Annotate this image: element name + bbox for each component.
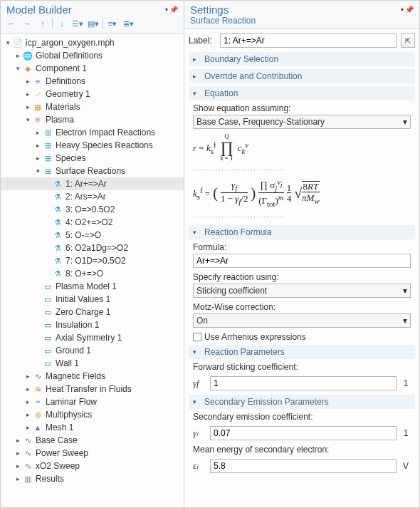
nav-forward-button[interactable]: → [21, 17, 33, 30]
tree-node-icon: ∿ [22, 447, 33, 459]
gamma-i-input[interactable] [210, 426, 397, 440]
tree-expander-icon[interactable]: ▸ [33, 129, 42, 136]
tree-item[interactable]: ▾⚛Plasma [1, 113, 184, 126]
collapse-button[interactable]: ☰▾ [71, 17, 84, 30]
section-reaction-parameters[interactable]: ▾ Reaction Parameters [189, 345, 415, 359]
pin-icon[interactable]: 📌 [405, 6, 414, 14]
tree-node-label: Wall 1 [56, 358, 79, 368]
tree-expander-icon[interactable]: ▸ [23, 411, 32, 418]
tree-item[interactable]: ▸▭Initial Values 1 [1, 293, 184, 306]
pin-icon[interactable]: 📌 [169, 6, 178, 14]
tree-expander-icon[interactable]: ▸ [14, 462, 22, 470]
gamma-f-input[interactable] [210, 376, 397, 390]
tree-item[interactable]: ▸⟋Geometry 1 [1, 88, 184, 100]
tree-item[interactable]: ▸🌐Global Definitions [1, 49, 184, 62]
tree-item[interactable]: ▸▭Axial Symmetry 1 [1, 331, 184, 344]
tree-expander-icon[interactable]: ▸ [33, 142, 42, 149]
label-link-button[interactable]: ⇱ [401, 33, 415, 48]
tree-expander-icon[interactable]: ▸ [33, 155, 42, 162]
tree-expander-icon[interactable]: ▸ [14, 450, 22, 457]
list-button-1[interactable]: ≡▾ [106, 17, 119, 30]
tree-item[interactable]: ▸⚗3: O=>0.5O2 [1, 203, 184, 216]
section-override-contribution[interactable]: ▸ Override and Contribution [189, 69, 415, 83]
tree-item[interactable]: ▸∿Magnetic Fields [1, 370, 184, 383]
tree-node-icon: ⚗ [52, 242, 63, 254]
tree-item[interactable]: ▾📄icp_argon_oxygen.mph [1, 36, 184, 49]
tree-node-label: Laminar Flow [46, 397, 97, 407]
tree-item[interactable]: ▸⚗5: O-=>O [1, 229, 184, 242]
show-button[interactable]: ↓ [56, 17, 68, 30]
tree-item[interactable]: ▸⚗1: Ar+=>Ar [1, 177, 184, 190]
expand-icon: ▸ [193, 73, 200, 80]
tree-expander-icon[interactable]: ▸ [23, 78, 32, 85]
app-root: Model Builder ▾ 📌 ← → ↑ ↓ ☰▾ ▤▾ ≡▾ ≣▾ ▾📄… [0, 0, 420, 508]
tree-expander-icon[interactable]: ▸ [14, 52, 22, 59]
tree-expander-icon[interactable]: ▸ [14, 437, 22, 444]
list-button-2[interactable]: ≣▾ [122, 17, 135, 30]
settings-panel: Settings ▾ 📌 Surface Reaction Label: ⇱ ▸… [184, 1, 419, 507]
nav-back-button[interactable]: ← [5, 17, 18, 30]
tree-expander-icon[interactable]: ▾ [4, 39, 12, 46]
tree-expander-icon[interactable]: ▸ [23, 373, 32, 380]
expand-button[interactable]: ▤▾ [87, 17, 100, 30]
tree-expander-icon[interactable]: ▸ [23, 398, 32, 405]
section-reaction-formula[interactable]: ▾ Reaction Formula [189, 225, 415, 239]
tree-item[interactable]: ▸⚗2: Ars=>Ar [1, 190, 184, 203]
section-title: Reaction Parameters [204, 347, 285, 357]
tree-expander-icon[interactable]: ▾ [23, 116, 32, 123]
tree-node-icon: ◈ [22, 63, 33, 74]
tree-item[interactable]: ▸⊞Electron Impact Reactions [1, 126, 184, 139]
tree-expander-icon[interactable]: ▸ [23, 424, 32, 431]
tree-expander-icon[interactable]: ▸ [23, 90, 32, 98]
tree-item[interactable]: ▸⊕Multiphysics [1, 408, 184, 421]
tree-item[interactable]: ▸≋Heat Transfer in Fluids [1, 383, 184, 395]
section-secondary-emission[interactable]: ▾ Secondary Emission Parameters [189, 395, 415, 409]
specify-select[interactable]: Sticking coefficient ▾ [193, 284, 411, 298]
tree-node-icon: ∿ [32, 370, 43, 382]
tree-item[interactable]: ▸⊞Species [1, 152, 184, 165]
tree-expander-icon[interactable]: ▸ [23, 385, 32, 393]
tree-item[interactable]: ▾⊞Surface Reactions [1, 165, 184, 177]
panel-menu-icon[interactable]: ▾ [401, 6, 404, 13]
tree-item[interactable]: ▾◈Component 1 [1, 62, 184, 75]
tree-item[interactable]: ▸∿Base Case [1, 434, 184, 447]
tree-item[interactable]: ▸∿Power Sweep [1, 447, 184, 460]
tree-expander-icon[interactable]: ▸ [14, 475, 22, 482]
tree-item[interactable]: ▸▭Wall 1 [1, 357, 184, 370]
tree-item[interactable]: ▸⚗4: O2+=>O2 [1, 216, 184, 229]
arrhenius-checkbox[interactable] [193, 333, 201, 341]
section-equation[interactable]: ▾ Equation [189, 86, 415, 100]
label-input[interactable] [220, 33, 397, 48]
tree-node-icon: ▭ [42, 281, 53, 292]
section-boundary-selection[interactable]: ▸ Boundary Selection [189, 52, 415, 66]
tree-item[interactable]: ▸≡Definitions [1, 75, 184, 88]
tree-item[interactable]: ▸▦Materials [1, 100, 184, 113]
tree-expander-icon[interactable]: ▾ [14, 65, 22, 72]
tree-item[interactable]: ▸⊞Heavy Species Reactions [1, 139, 184, 152]
tree-node-icon: ≡ [32, 76, 43, 87]
tree-item[interactable]: ▸▭Zero Charge 1 [1, 306, 184, 318]
tree-item[interactable]: ▸▥Results [1, 472, 184, 485]
tree-item[interactable]: ▸▲Mesh 1 [1, 421, 184, 434]
tree-item[interactable]: ▸⚗8: O+=>O [1, 267, 184, 280]
tree-node-icon: ⚛ [32, 114, 43, 125]
motz-select[interactable]: On ▾ [193, 313, 411, 328]
show-equation-select[interactable]: Base Case, Frequency-Stationary ▾ [193, 115, 411, 129]
toolbar-separator [103, 19, 103, 28]
eps-i-input[interactable] [210, 459, 397, 473]
tree-item[interactable]: ▸⚗7: O1D=>0.5O2 [1, 254, 184, 267]
model-tree[interactable]: ▾📄icp_argon_oxygen.mph▸🌐Global Definitio… [1, 33, 184, 507]
nav-up-button[interactable]: ↑ [36, 17, 49, 30]
tree-expander-icon[interactable]: ▸ [23, 103, 32, 110]
tree-expander-icon[interactable]: ▾ [33, 167, 42, 175]
tree-item[interactable]: ▸≈Laminar Flow [1, 395, 184, 408]
model-builder-header: Model Builder ▾ 📌 [1, 1, 184, 16]
tree-item[interactable]: ▸⚗6: O2a1Dg=>O2 [1, 242, 184, 254]
panel-menu-icon[interactable]: ▾ [165, 6, 168, 13]
tree-item[interactable]: ▸▭Ground 1 [1, 344, 184, 357]
formula-input[interactable] [193, 254, 411, 268]
tree-node-label: Heavy Species Reactions [56, 140, 153, 150]
tree-item[interactable]: ▸▭Plasma Model 1 [1, 280, 184, 293]
tree-item[interactable]: ▸▭Insulation 1 [1, 318, 184, 331]
tree-item[interactable]: ▸∿xO2 Sweep [1, 460, 184, 472]
